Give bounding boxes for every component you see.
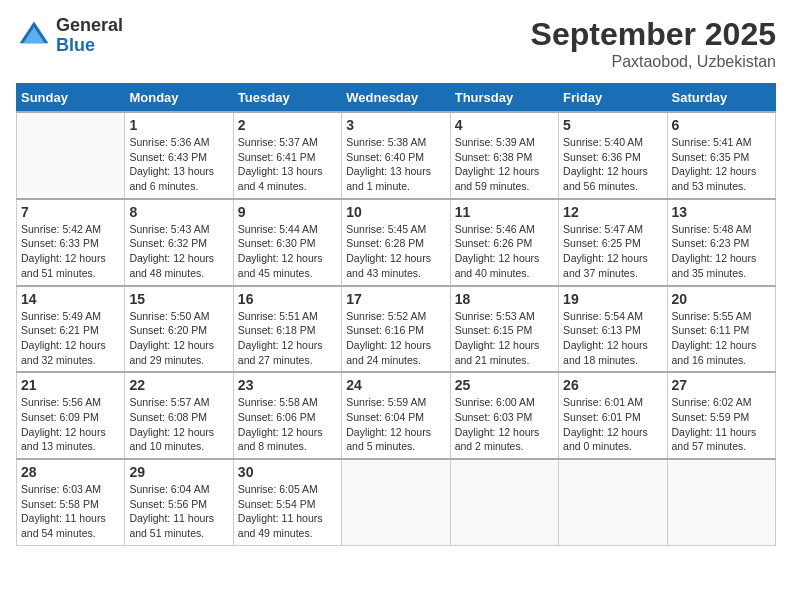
day-info: Sunrise: 6:01 AMSunset: 6:01 PMDaylight:… bbox=[563, 395, 662, 454]
day-number: 9 bbox=[238, 204, 337, 220]
day-number: 29 bbox=[129, 464, 228, 480]
calendar-cell: 26Sunrise: 6:01 AMSunset: 6:01 PMDayligh… bbox=[559, 372, 667, 459]
logo: General Blue bbox=[16, 16, 123, 56]
calendar-cell: 28Sunrise: 6:03 AMSunset: 5:58 PMDayligh… bbox=[17, 459, 125, 545]
calendar-cell: 22Sunrise: 5:57 AMSunset: 6:08 PMDayligh… bbox=[125, 372, 233, 459]
calendar-header-wednesday: Wednesday bbox=[342, 84, 450, 113]
day-number: 10 bbox=[346, 204, 445, 220]
calendar-cell bbox=[450, 459, 558, 545]
day-number: 8 bbox=[129, 204, 228, 220]
month-title: September 2025 bbox=[531, 16, 776, 53]
day-info: Sunrise: 5:46 AMSunset: 6:26 PMDaylight:… bbox=[455, 222, 554, 281]
calendar-table: SundayMondayTuesdayWednesdayThursdayFrid… bbox=[16, 83, 776, 546]
day-number: 16 bbox=[238, 291, 337, 307]
day-info: Sunrise: 5:48 AMSunset: 6:23 PMDaylight:… bbox=[672, 222, 771, 281]
calendar-cell bbox=[342, 459, 450, 545]
week-row-4: 21Sunrise: 5:56 AMSunset: 6:09 PMDayligh… bbox=[17, 372, 776, 459]
calendar-header-thursday: Thursday bbox=[450, 84, 558, 113]
day-info: Sunrise: 5:50 AMSunset: 6:20 PMDaylight:… bbox=[129, 309, 228, 368]
title-area: September 2025 Paxtaobod, Uzbekistan bbox=[531, 16, 776, 71]
day-number: 1 bbox=[129, 117, 228, 133]
day-number: 17 bbox=[346, 291, 445, 307]
week-row-1: 1Sunrise: 5:36 AMSunset: 6:43 PMDaylight… bbox=[17, 112, 776, 199]
calendar-cell: 24Sunrise: 5:59 AMSunset: 6:04 PMDayligh… bbox=[342, 372, 450, 459]
calendar-cell: 20Sunrise: 5:55 AMSunset: 6:11 PMDayligh… bbox=[667, 286, 775, 373]
day-info: Sunrise: 5:44 AMSunset: 6:30 PMDaylight:… bbox=[238, 222, 337, 281]
calendar-header-friday: Friday bbox=[559, 84, 667, 113]
day-info: Sunrise: 5:59 AMSunset: 6:04 PMDaylight:… bbox=[346, 395, 445, 454]
week-row-2: 7Sunrise: 5:42 AMSunset: 6:33 PMDaylight… bbox=[17, 199, 776, 286]
calendar-cell: 4Sunrise: 5:39 AMSunset: 6:38 PMDaylight… bbox=[450, 112, 558, 199]
day-number: 26 bbox=[563, 377, 662, 393]
day-info: Sunrise: 5:53 AMSunset: 6:15 PMDaylight:… bbox=[455, 309, 554, 368]
day-number: 3 bbox=[346, 117, 445, 133]
calendar-header-sunday: Sunday bbox=[17, 84, 125, 113]
day-number: 20 bbox=[672, 291, 771, 307]
day-info: Sunrise: 5:49 AMSunset: 6:21 PMDaylight:… bbox=[21, 309, 120, 368]
week-row-3: 14Sunrise: 5:49 AMSunset: 6:21 PMDayligh… bbox=[17, 286, 776, 373]
day-info: Sunrise: 5:41 AMSunset: 6:35 PMDaylight:… bbox=[672, 135, 771, 194]
calendar-cell: 8Sunrise: 5:43 AMSunset: 6:32 PMDaylight… bbox=[125, 199, 233, 286]
day-info: Sunrise: 6:03 AMSunset: 5:58 PMDaylight:… bbox=[21, 482, 120, 541]
logo-blue: Blue bbox=[56, 36, 123, 56]
calendar-cell: 2Sunrise: 5:37 AMSunset: 6:41 PMDaylight… bbox=[233, 112, 341, 199]
day-info: Sunrise: 6:02 AMSunset: 5:59 PMDaylight:… bbox=[672, 395, 771, 454]
calendar-cell: 13Sunrise: 5:48 AMSunset: 6:23 PMDayligh… bbox=[667, 199, 775, 286]
calendar-cell: 15Sunrise: 5:50 AMSunset: 6:20 PMDayligh… bbox=[125, 286, 233, 373]
location: Paxtaobod, Uzbekistan bbox=[531, 53, 776, 71]
calendar-cell: 9Sunrise: 5:44 AMSunset: 6:30 PMDaylight… bbox=[233, 199, 341, 286]
calendar-cell: 14Sunrise: 5:49 AMSunset: 6:21 PMDayligh… bbox=[17, 286, 125, 373]
day-number: 27 bbox=[672, 377, 771, 393]
day-number: 14 bbox=[21, 291, 120, 307]
day-number: 5 bbox=[563, 117, 662, 133]
day-info: Sunrise: 6:00 AMSunset: 6:03 PMDaylight:… bbox=[455, 395, 554, 454]
day-info: Sunrise: 5:38 AMSunset: 6:40 PMDaylight:… bbox=[346, 135, 445, 194]
day-number: 11 bbox=[455, 204, 554, 220]
day-info: Sunrise: 5:45 AMSunset: 6:28 PMDaylight:… bbox=[346, 222, 445, 281]
day-info: Sunrise: 5:42 AMSunset: 6:33 PMDaylight:… bbox=[21, 222, 120, 281]
page-header: General Blue September 2025 Paxtaobod, U… bbox=[16, 16, 776, 71]
day-number: 19 bbox=[563, 291, 662, 307]
calendar-cell: 16Sunrise: 5:51 AMSunset: 6:18 PMDayligh… bbox=[233, 286, 341, 373]
calendar-cell bbox=[17, 112, 125, 199]
day-info: Sunrise: 5:56 AMSunset: 6:09 PMDaylight:… bbox=[21, 395, 120, 454]
calendar-cell: 18Sunrise: 5:53 AMSunset: 6:15 PMDayligh… bbox=[450, 286, 558, 373]
calendar-cell: 23Sunrise: 5:58 AMSunset: 6:06 PMDayligh… bbox=[233, 372, 341, 459]
calendar-cell: 7Sunrise: 5:42 AMSunset: 6:33 PMDaylight… bbox=[17, 199, 125, 286]
day-number: 28 bbox=[21, 464, 120, 480]
day-number: 7 bbox=[21, 204, 120, 220]
day-number: 25 bbox=[455, 377, 554, 393]
calendar-cell: 17Sunrise: 5:52 AMSunset: 6:16 PMDayligh… bbox=[342, 286, 450, 373]
day-info: Sunrise: 5:40 AMSunset: 6:36 PMDaylight:… bbox=[563, 135, 662, 194]
day-number: 12 bbox=[563, 204, 662, 220]
day-info: Sunrise: 5:37 AMSunset: 6:41 PMDaylight:… bbox=[238, 135, 337, 194]
day-number: 13 bbox=[672, 204, 771, 220]
day-info: Sunrise: 5:39 AMSunset: 6:38 PMDaylight:… bbox=[455, 135, 554, 194]
calendar-cell: 30Sunrise: 6:05 AMSunset: 5:54 PMDayligh… bbox=[233, 459, 341, 545]
logo-text: General Blue bbox=[56, 16, 123, 56]
day-number: 21 bbox=[21, 377, 120, 393]
day-number: 18 bbox=[455, 291, 554, 307]
calendar-header-tuesday: Tuesday bbox=[233, 84, 341, 113]
day-info: Sunrise: 5:43 AMSunset: 6:32 PMDaylight:… bbox=[129, 222, 228, 281]
day-number: 23 bbox=[238, 377, 337, 393]
calendar-cell: 11Sunrise: 5:46 AMSunset: 6:26 PMDayligh… bbox=[450, 199, 558, 286]
calendar-header-monday: Monday bbox=[125, 84, 233, 113]
day-number: 2 bbox=[238, 117, 337, 133]
day-info: Sunrise: 5:47 AMSunset: 6:25 PMDaylight:… bbox=[563, 222, 662, 281]
calendar-header-saturday: Saturday bbox=[667, 84, 775, 113]
day-info: Sunrise: 5:58 AMSunset: 6:06 PMDaylight:… bbox=[238, 395, 337, 454]
calendar-header-row: SundayMondayTuesdayWednesdayThursdayFrid… bbox=[17, 84, 776, 113]
calendar-cell: 6Sunrise: 5:41 AMSunset: 6:35 PMDaylight… bbox=[667, 112, 775, 199]
day-info: Sunrise: 6:04 AMSunset: 5:56 PMDaylight:… bbox=[129, 482, 228, 541]
calendar-cell: 3Sunrise: 5:38 AMSunset: 6:40 PMDaylight… bbox=[342, 112, 450, 199]
day-info: Sunrise: 5:51 AMSunset: 6:18 PMDaylight:… bbox=[238, 309, 337, 368]
day-number: 15 bbox=[129, 291, 228, 307]
day-info: Sunrise: 5:52 AMSunset: 6:16 PMDaylight:… bbox=[346, 309, 445, 368]
calendar-cell: 27Sunrise: 6:02 AMSunset: 5:59 PMDayligh… bbox=[667, 372, 775, 459]
day-number: 22 bbox=[129, 377, 228, 393]
calendar-cell: 1Sunrise: 5:36 AMSunset: 6:43 PMDaylight… bbox=[125, 112, 233, 199]
day-info: Sunrise: 5:54 AMSunset: 6:13 PMDaylight:… bbox=[563, 309, 662, 368]
day-number: 4 bbox=[455, 117, 554, 133]
calendar-cell: 25Sunrise: 6:00 AMSunset: 6:03 PMDayligh… bbox=[450, 372, 558, 459]
